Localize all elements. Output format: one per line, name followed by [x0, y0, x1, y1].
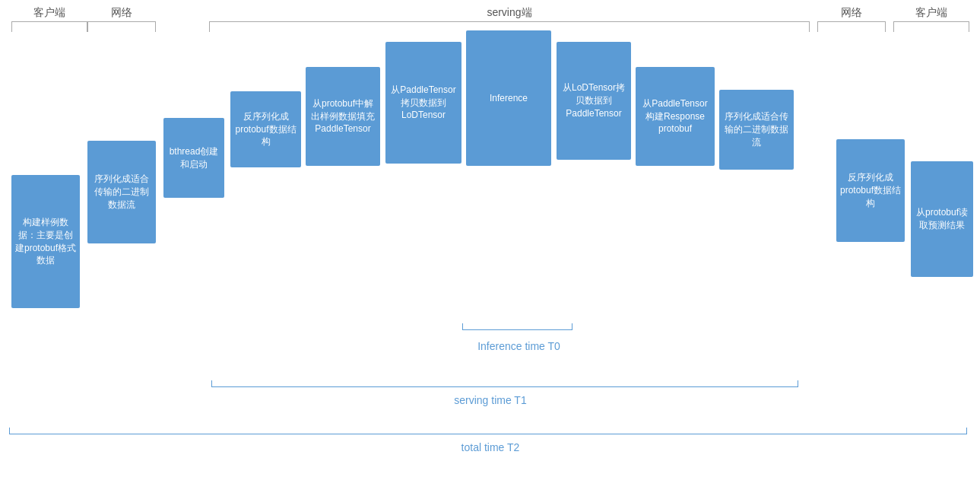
- header-client-left: 客户端: [11, 6, 87, 20]
- timing-t0-left-tick: [462, 323, 463, 329]
- block-serialize-output: 序列化成适合传输的二进制数据流: [719, 90, 794, 170]
- block-bthread: bthread创建和启动: [163, 118, 224, 198]
- block-build-sample: 构建样例数据：主要是创建protobuf格式数据: [11, 175, 80, 308]
- block-serialize: 序列化成适合传输的二进制数据流: [87, 141, 156, 243]
- timing-t0-line: [462, 329, 572, 330]
- timing-t2-line: [9, 434, 967, 434]
- diagram-container: 客户端 网络 serving端 网络 客户端 构建样例数据：主要是创建proto…: [0, 0, 980, 477]
- block-copy-to-paddletensor: 从LoDTensor拷贝数据到PaddleTensor: [557, 42, 631, 160]
- block-copy-to-lodtensor: 从PaddleTensor拷贝数据到LoDTensor: [385, 42, 461, 164]
- bracket-network-right: [817, 21, 886, 32]
- timing-t1-left-tick: [211, 380, 212, 386]
- timing-t1-label: serving time T1: [380, 394, 601, 406]
- block-extract-paddletensor: 从protobuf中解出样例数据填充PaddleTensor: [306, 67, 380, 166]
- header-serving: serving端: [209, 6, 810, 20]
- header-client-right: 客户端: [893, 6, 969, 20]
- timing-t2-label: total time T2: [380, 441, 601, 453]
- bracket-client-right: [893, 21, 969, 32]
- block-deserialize-protobuf: 反序列化成protobuf数据结构: [230, 91, 301, 167]
- bracket-client-left: [11, 21, 87, 32]
- block-deserialize-output: 反序列化成protobuf数据结构: [836, 139, 905, 242]
- timing-t1-right-tick: [798, 380, 798, 386]
- timing-t2-right-tick: [966, 428, 967, 434]
- timing-t1-line: [211, 386, 798, 387]
- bracket-network-left: [87, 21, 156, 32]
- timing-t0-right-tick: [572, 323, 572, 329]
- timing-t2-left-tick: [9, 428, 10, 434]
- header-network-left: 网络: [87, 6, 156, 20]
- block-read-result: 从protobuf读取预测结果: [911, 161, 973, 277]
- timing-t0-label: Inference time T0: [456, 339, 582, 355]
- header-network-right: 网络: [817, 6, 886, 20]
- block-inference: Inference: [466, 30, 551, 166]
- block-build-response: 从PaddleTensor构建Response protobuf: [636, 67, 715, 166]
